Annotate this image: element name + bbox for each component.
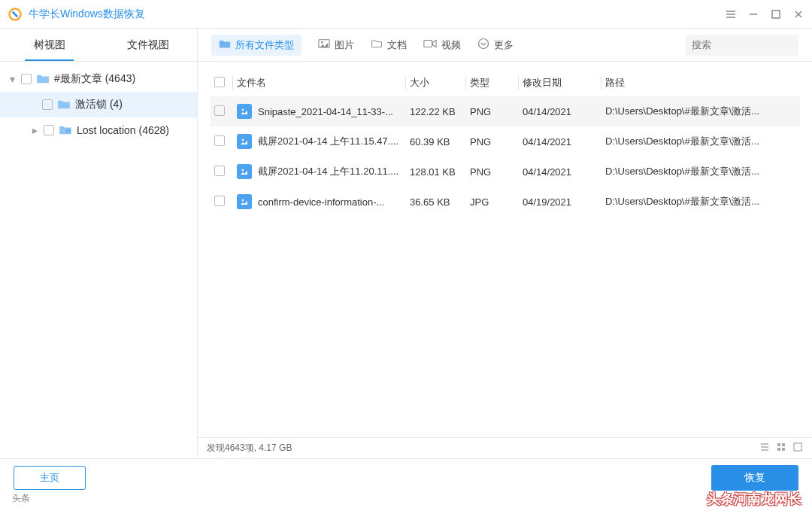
file-date: 04/19/2021 xyxy=(518,187,601,217)
svg-point-4 xyxy=(321,41,323,44)
svg-rect-17 xyxy=(782,443,785,446)
col-date[interactable]: 修改日期 xyxy=(518,69,601,96)
checkbox[interactable] xyxy=(42,99,53,110)
filter-label: 所有文件类型 xyxy=(235,38,294,52)
svg-rect-12 xyxy=(240,167,249,176)
svg-rect-16 xyxy=(777,443,780,446)
document-icon xyxy=(371,38,383,51)
file-type: PNG xyxy=(465,96,518,126)
tree-label: 激活锁 (4) xyxy=(75,98,123,111)
chevron-right-icon[interactable]: ▸ xyxy=(30,124,39,136)
row-checkbox[interactable] xyxy=(214,196,225,206)
tab-file-view[interactable]: 文件视图 xyxy=(98,29,197,61)
filter-all[interactable]: 所有文件类型 xyxy=(211,35,301,56)
svg-point-15 xyxy=(242,199,244,201)
minimize-icon[interactable] xyxy=(747,8,759,20)
file-path: D:\Users\Desktop\#最新文章\激活... xyxy=(601,187,800,217)
table-row[interactable]: 截屏2021-04-14 上午11.15.47.... 60.39 KB PNG… xyxy=(210,126,800,157)
maximize-icon[interactable] xyxy=(770,8,782,20)
svg-rect-5 xyxy=(424,41,432,47)
menu-icon[interactable] xyxy=(725,8,737,20)
app-logo-icon xyxy=(8,7,23,22)
image-icon xyxy=(318,38,330,51)
file-size: 122.22 KB xyxy=(405,96,465,126)
table-row[interactable]: Snipaste_2021-04-14_11-33-... 122.22 KB … xyxy=(210,96,800,126)
row-checkbox[interactable] xyxy=(214,105,225,116)
more-icon xyxy=(477,38,489,52)
svg-rect-1 xyxy=(772,11,780,18)
table-header-row: 文件名 大小 类型 修改日期 路径 xyxy=(210,69,800,96)
file-name: 截屏2021-04-14 上午11.20.11.... xyxy=(258,165,398,178)
checkbox[interactable] xyxy=(21,74,32,84)
tree-node-activation-lock[interactable]: 激活锁 (4) xyxy=(0,92,197,117)
folder-icon xyxy=(219,38,231,51)
view-list-icon[interactable] xyxy=(759,442,770,455)
svg-rect-8 xyxy=(240,107,249,116)
home-button[interactable]: 主页 xyxy=(14,466,86,490)
checkbox[interactable] xyxy=(44,125,54,135)
row-checkbox[interactable] xyxy=(214,135,225,146)
file-grid: 文件名 大小 类型 修改日期 路径 Snipaste_2021-04-14_11… xyxy=(198,62,812,437)
filter-image[interactable]: 图片 xyxy=(318,38,354,52)
svg-point-11 xyxy=(242,139,244,141)
folder-search-icon xyxy=(59,124,72,137)
content: 所有文件类型 图片 文档 视频 更多 xyxy=(198,29,812,458)
col-path[interactable]: 路径 xyxy=(601,69,800,96)
tree: ▾ #最新文章 (4643) 激活锁 (4) ▸ Lost location (… xyxy=(0,62,197,458)
chevron-down-icon[interactable]: ▾ xyxy=(8,73,17,85)
svg-rect-18 xyxy=(777,448,780,451)
recover-button[interactable]: 恢复 xyxy=(711,465,798,491)
file-type: JPG xyxy=(465,187,518,217)
col-name[interactable]: 文件名 xyxy=(232,69,405,96)
row-checkbox[interactable] xyxy=(214,166,225,176)
window-controls xyxy=(725,8,804,20)
col-type[interactable]: 类型 xyxy=(465,69,518,96)
tree-node-lost-location[interactable]: ▸ Lost location (4628) xyxy=(0,117,197,143)
select-all-checkbox[interactable] xyxy=(214,77,225,87)
search-input[interactable] xyxy=(692,39,812,50)
file-name: 截屏2021-04-14 上午11.15.47.... xyxy=(258,135,398,148)
svg-rect-19 xyxy=(782,448,785,451)
file-date: 04/14/2021 xyxy=(518,157,601,187)
search-box[interactable] xyxy=(686,35,798,56)
table-row[interactable]: 截屏2021-04-14 上午11.20.11.... 128.01 KB PN… xyxy=(210,157,800,187)
tree-label: #最新文章 (4643) xyxy=(54,72,135,86)
svg-rect-20 xyxy=(794,443,801,451)
filter-label: 图片 xyxy=(335,38,354,52)
statusbar: 发现4643项, 4.17 GB xyxy=(198,437,812,458)
status-text: 发现4643项, 4.17 GB xyxy=(207,442,292,455)
tree-label: Lost location (4628) xyxy=(77,124,169,136)
file-path: D:\Users\Desktop\#最新文章\激活... xyxy=(601,96,800,126)
filter-video[interactable]: 视频 xyxy=(423,38,461,52)
file-size: 36.65 KB xyxy=(405,187,465,217)
file-name: confirm-device-information-... xyxy=(258,196,384,208)
file-size: 60.39 KB xyxy=(405,126,465,157)
filter-doc[interactable]: 文档 xyxy=(371,38,407,52)
svg-rect-14 xyxy=(240,197,249,206)
filter-label: 更多 xyxy=(494,38,514,52)
filter-label: 视频 xyxy=(441,38,461,52)
sidebar: 树视图 文件视图 ▾ #最新文章 (4643) 激活锁 (4) ▸ Lost l… xyxy=(0,29,198,458)
filter-more[interactable]: 更多 xyxy=(477,38,514,52)
svg-point-6 xyxy=(479,39,489,49)
file-date: 04/14/2021 xyxy=(518,96,601,126)
sidebar-tabs: 树视图 文件视图 xyxy=(0,29,197,62)
file-date: 04/14/2021 xyxy=(518,126,601,157)
svg-point-9 xyxy=(242,109,244,111)
svg-point-13 xyxy=(242,169,244,171)
tree-node-root[interactable]: ▾ #最新文章 (4643) xyxy=(0,66,197,92)
file-type: PNG xyxy=(465,126,518,157)
tab-tree-view[interactable]: 树视图 xyxy=(0,29,98,61)
file-size: 128.01 KB xyxy=(405,157,465,187)
image-file-icon xyxy=(237,104,252,119)
col-size[interactable]: 大小 xyxy=(405,69,465,96)
close-icon[interactable] xyxy=(792,8,804,20)
view-large-icon[interactable] xyxy=(792,442,803,455)
filter-toolbar: 所有文件类型 图片 文档 视频 更多 xyxy=(198,29,812,62)
watermark-left: 头条 xyxy=(12,492,30,505)
table-row[interactable]: confirm-device-information-... 36.65 KB … xyxy=(210,187,800,217)
file-type: PNG xyxy=(465,157,518,187)
file-table: 文件名 大小 类型 修改日期 路径 Snipaste_2021-04-14_11… xyxy=(210,69,800,217)
folder-icon xyxy=(36,73,50,86)
view-grid-icon[interactable] xyxy=(776,442,786,455)
